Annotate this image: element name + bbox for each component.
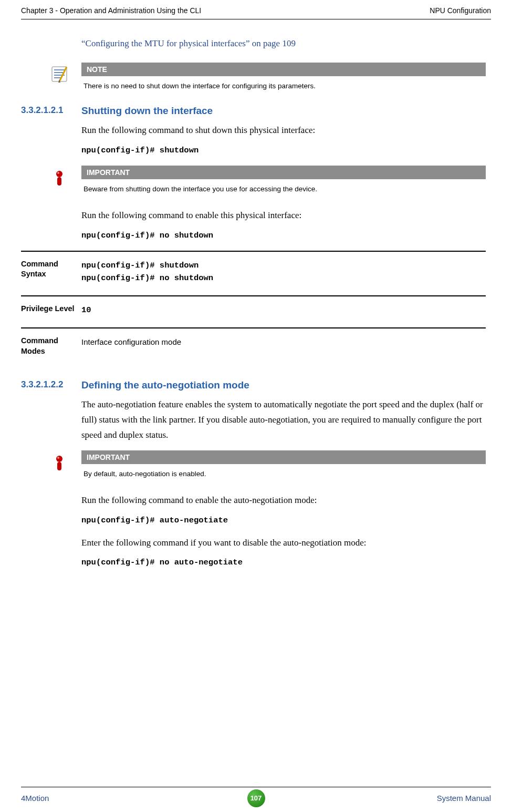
paragraph: Run the following command to enable the … (81, 493, 486, 508)
ref-line: npu(config-if)# shutdown (81, 259, 213, 272)
ref-label: Privilege Level (21, 304, 81, 317)
code-line: npu(config-if)# no auto-negotiate (81, 558, 486, 567)
svg-point-6 (57, 172, 59, 174)
paragraph: Run the following command to shut down t… (81, 123, 486, 138)
section-heading: 3.3.2.1.2.1 Shutting down the interface (21, 105, 486, 117)
note-callout: NOTE There is no need to shut down the i… (39, 63, 486, 95)
important-icon (49, 451, 70, 472)
section-heading: 3.3.2.1.2.2 Defining the auto-negotiatio… (21, 379, 486, 391)
header-right: NPU Configuration (430, 6, 491, 15)
svg-rect-7 (57, 177, 61, 186)
note-header: NOTE (81, 63, 486, 76)
footer-right: System Manual (437, 794, 491, 803)
section-number: 3.3.2.1.2.2 (21, 379, 81, 391)
ref-value: Interface configuration mode (81, 336, 181, 356)
ref-label: Command Syntax (21, 259, 81, 285)
ref-label: Command Modes (21, 336, 81, 356)
section-title: Shutting down the interface (81, 105, 213, 117)
important-text: By default, auto-negotiation is enabled. (81, 464, 486, 482)
table-row: Privilege Level 10 (21, 295, 486, 327)
svg-point-5 (56, 171, 62, 177)
paragraph: The auto-negotiation feature enables the… (81, 397, 486, 443)
important-callout: IMPORTANT By default, auto-negotiation i… (39, 450, 486, 482)
page-header: Chapter 3 - Operation and Administration… (21, 0, 491, 19)
command-reference-table: Command Syntax npu(config-if)# shutdown … (21, 251, 486, 367)
table-row: Command Modes Interface configuration mo… (21, 327, 486, 367)
code-line: npu(config-if)# shutdown (81, 146, 486, 155)
ref-line: npu(config-if)# no shutdown (81, 272, 213, 285)
section-title: Defining the auto-negotiation mode (81, 379, 249, 391)
cross-ref-link[interactable]: “Configuring the MTU for physical interf… (81, 38, 486, 49)
table-row: Command Syntax npu(config-if)# shutdown … (21, 251, 486, 296)
ref-value: 10 (81, 304, 91, 317)
important-callout: IMPORTANT Beware from shutting down the … (39, 166, 486, 198)
page-number: 107 (250, 794, 262, 802)
important-icon (49, 167, 70, 188)
footer-left: 4Motion (21, 794, 49, 803)
page-footer: 4Motion 107 System Manual (21, 787, 491, 803)
header-left: Chapter 3 - Operation and Administration… (21, 6, 201, 15)
ref-value: npu(config-if)# shutdown npu(config-if)#… (81, 259, 213, 285)
important-header: IMPORTANT (81, 450, 486, 464)
svg-rect-10 (57, 462, 61, 470)
page-number-badge: 107 (247, 789, 265, 807)
svg-point-8 (56, 456, 62, 462)
paragraph: Run the following command to enable this… (81, 208, 486, 223)
code-line: npu(config-if)# auto-negotiate (81, 516, 486, 525)
important-header: IMPORTANT (81, 166, 486, 179)
svg-rect-0 (52, 67, 67, 81)
paragraph: Enter the following command if you want … (81, 536, 486, 551)
code-line: npu(config-if)# no shutdown (81, 231, 486, 240)
important-text: Beware from shutting down the interface … (81, 179, 486, 198)
note-icon (49, 64, 70, 85)
note-text: There is no need to shut down the interf… (81, 76, 486, 95)
section-number: 3.3.2.1.2.1 (21, 105, 81, 117)
svg-point-9 (57, 457, 59, 459)
